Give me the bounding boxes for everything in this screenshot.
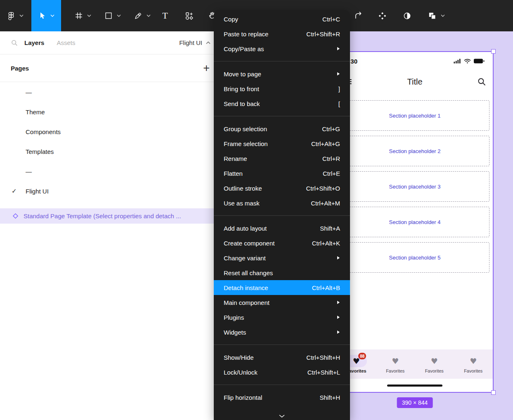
boolean-union-icon — [428, 11, 437, 21]
main-menu-button[interactable] — [2, 0, 27, 31]
menu-item-lock-unlock[interactable]: Lock/UnlockCtrl+Shift+L — [214, 365, 350, 380]
bottom-tab-bar: ♥ 88 Favorites ♥ Favorites ♥ Favorites ♥… — [337, 349, 493, 379]
status-bar: 9:30 — [337, 52, 493, 70]
menu-item-bring-to-front[interactable]: Bring to front] — [214, 81, 350, 96]
heart-icon: ♥ — [392, 357, 399, 365]
notification-badge: 88 — [358, 353, 366, 359]
menu-item-move-to-page[interactable]: Move to page — [214, 66, 350, 81]
page-item[interactable]: Templates — [0, 142, 223, 161]
menu-item-create-component[interactable]: Create componentCtrl+Alt+K — [214, 236, 350, 250]
page-item[interactable]: — — [0, 161, 223, 181]
menu-scroll-down-chevron[interactable] — [279, 415, 285, 418]
add-page-icon[interactable]: + — [203, 63, 210, 74]
text-tool-button[interactable]: T — [158, 0, 173, 31]
section-placeholder: Section placeholder 1 — [340, 100, 489, 131]
menu-item-detach-instance[interactable]: Detach instanceCtrl+Alt+B — [214, 280, 350, 295]
search-icon[interactable] — [477, 77, 486, 86]
section-placeholder: Section placeholder 4 — [340, 207, 489, 237]
frame-tool-button[interactable] — [68, 0, 97, 31]
menu-separator — [214, 385, 350, 385]
cursor-icon — [38, 12, 47, 20]
section-list: Section placeholder 1 Section placeholde… — [337, 93, 493, 273]
check-icon: ✓ — [12, 187, 17, 195]
page-item[interactable]: — — [0, 82, 223, 102]
home-indicator — [387, 385, 442, 387]
tab-assets[interactable]: Assets — [57, 39, 75, 46]
menu-item-plugins[interactable]: Plugins — [214, 310, 350, 325]
menu-separator — [214, 215, 350, 216]
menu-separator — [214, 344, 350, 345]
selection-handle[interactable] — [491, 390, 496, 395]
tab-layers[interactable]: Layers — [24, 39, 44, 46]
component-icon — [378, 11, 387, 21]
page-item[interactable]: Theme — [0, 102, 223, 122]
menu-item-show-hide[interactable]: Show/HideCtrl+Shift+H — [214, 350, 350, 365]
actions-tool-button[interactable] — [182, 0, 196, 31]
frame-size-badge: 390 × 844 — [397, 397, 433, 408]
pages-header: Pages + — [0, 54, 223, 82]
menu-item-group-selection[interactable]: Group selectionCtrl+G — [214, 121, 350, 136]
menu-item-use-as-mask[interactable]: Use as maskCtrl+Alt+M — [214, 196, 350, 210]
section-placeholder: Section placeholder 3 — [340, 171, 489, 202]
pages-title: Pages — [11, 65, 29, 72]
section-placeholder: Section placeholder 5 — [340, 242, 489, 273]
app-bar-title: Title — [337, 77, 493, 87]
pen-tool-button[interactable] — [127, 0, 157, 31]
submenu-arrow-icon — [337, 330, 340, 334]
menu-item-flatten[interactable]: FlattenCtrl+E — [214, 166, 350, 181]
chevron-up-icon — [206, 41, 210, 44]
status-icons — [454, 59, 485, 64]
move-tool-button[interactable] — [31, 0, 61, 31]
selection-handle[interactable] — [491, 49, 496, 54]
menu-item-rename[interactable]: RenameCtrl+R — [214, 151, 350, 166]
boolean-operations-button[interactable] — [423, 0, 449, 31]
resources-icon — [184, 11, 194, 21]
mask-icon — [402, 11, 412, 21]
heart-icon: ♥ — [470, 357, 477, 365]
menu-item-widgets[interactable]: Widgets — [214, 325, 350, 340]
layers-panel: Layers Assets Flight UI Pages + — Theme … — [0, 31, 223, 420]
menu-item-flip-horizontal[interactable]: Flip horizontalShift+H — [214, 390, 350, 405]
menu-item-copy-paste-as[interactable]: Copy/Paste as — [214, 41, 350, 56]
chevron-down-icon — [87, 14, 91, 17]
page-item-current[interactable]: ✓ Flight UI — [0, 181, 223, 201]
submenu-arrow-icon — [337, 256, 340, 260]
menu-item-send-to-back[interactable]: Send to back[ — [214, 96, 350, 111]
menu-item-change-variant[interactable]: Change variant — [214, 250, 350, 265]
chevron-down-icon — [19, 14, 24, 17]
page-item[interactable]: Components — [0, 122, 223, 142]
submenu-arrow-icon — [337, 47, 340, 51]
submenu-arrow-icon — [337, 300, 340, 304]
create-component-button[interactable] — [374, 0, 390, 31]
menu-item-paste-to-replace[interactable]: Paste to replaceCtrl+Shift+R — [214, 26, 350, 41]
menu-item-outline-stroke[interactable]: Outline strokeCtrl+Shift+O — [214, 181, 350, 196]
tab-favorites[interactable]: ♥ Favorites — [376, 349, 415, 379]
tab-favorites[interactable]: ♥ Favorites — [415, 349, 454, 379]
use-as-mask-button[interactable] — [399, 0, 415, 31]
menu-item-copy[interactable]: CopyCtrl+C — [214, 12, 350, 26]
edit-object-icon — [354, 11, 363, 21]
submenu-arrow-icon — [337, 315, 340, 319]
cellular-signal-icon — [454, 59, 461, 64]
menu-item-reset-all-changes[interactable]: Reset all changes — [214, 265, 350, 280]
layer-item-selected[interactable]: Standard Page Template (Select propertie… — [0, 208, 223, 224]
edit-object-button[interactable] — [350, 0, 366, 31]
menu-item-add-auto-layout[interactable]: Add auto layoutShift+A — [214, 221, 350, 236]
heart-icon: ♥ — [431, 357, 438, 365]
menu-item-main-component[interactable]: Main component — [214, 295, 350, 310]
pages-list: — Theme Components Templates — ✓ Flight … — [0, 82, 223, 201]
tab-favorites[interactable]: ♥ Favorites — [454, 349, 493, 379]
layer-name: Standard Page Template (Select propertie… — [24, 212, 181, 219]
selected-frame[interactable]: 9:30 Title — [336, 51, 494, 393]
context-menu: CopyCtrl+C Paste to replaceCtrl+Shift+R … — [214, 10, 350, 420]
file-switcher-label: Flight UI — [179, 39, 202, 46]
frame-icon — [74, 11, 83, 20]
menu-separator — [214, 61, 350, 61]
figma-logo-icon — [7, 11, 16, 20]
search-icon[interactable] — [11, 39, 18, 46]
app-bar: Title — [337, 70, 493, 93]
menu-item-frame-selection[interactable]: Frame selectionCtrl+Alt+G — [214, 136, 350, 151]
shape-tool-button[interactable] — [97, 0, 127, 31]
battery-icon — [474, 59, 485, 64]
page-switcher[interactable]: Flight UI — [179, 39, 210, 46]
